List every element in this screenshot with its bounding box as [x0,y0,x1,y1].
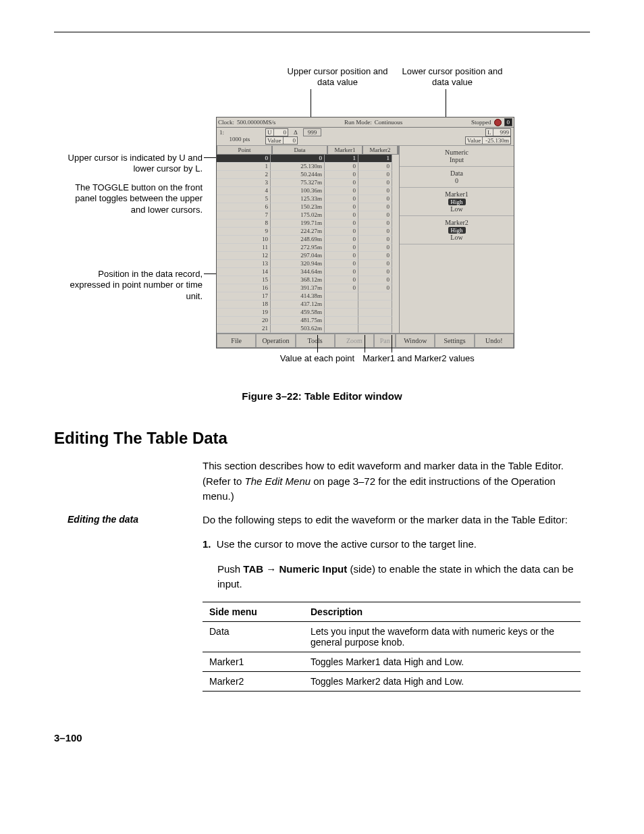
table-row[interactable]: 10248.69m00 [217,236,392,244]
table-row: Marker2 Toggles Marker2 data High and Lo… [203,671,581,691]
table-row: Data Lets you input the waveform data wi… [203,621,581,652]
menu-undo[interactable]: Undo! [475,334,514,348]
figure-3-22: Upper cursor position and data value Low… [68,66,590,370]
callout-cursor-indicator: Upper cursor is indicated by U and lower… [68,153,203,175]
table-row[interactable]: 17414.38m [217,292,392,301]
procedure-heading: Editing the data [68,514,138,525]
callout-marker-values: Marker1 and Marker2 values [351,353,486,364]
table-row[interactable]: 16391.37m00 [217,284,392,292]
body-paragraph-1: This section describes how to edit wavef… [203,459,581,504]
numeric-input-label: Numeric Input [400,146,514,167]
status-led-icon [494,119,502,126]
table-row[interactable]: 8199.71m00 [217,219,392,228]
table-row: Marker1 Toggles Marker1 data High and Lo… [203,652,581,671]
menu-zoom: Zoom [335,334,374,348]
delta-value: 999 [303,128,322,136]
body-paragraph-2: Do the following steps to edit the wavef… [203,513,581,528]
table-row[interactable]: 250.244m00 [217,171,392,179]
clock-label: Clock: [218,119,234,126]
callout-toggle-button: The TOGGLE button on the front panel tog… [68,182,203,215]
menu-pan: Pan [374,334,396,348]
zero-badge: 0 [504,118,513,126]
col-header-marker2: Marker2 [363,146,398,155]
runmode-label: Run Mode: [344,119,372,126]
clock-value: 500.00000MS/s [237,119,275,126]
table-row[interactable]: 13320.94m00 [217,260,392,268]
menu-tools[interactable]: Tools [296,334,335,348]
delta-label: Δ [294,129,298,136]
table-row[interactable]: 9224.27m00 [217,228,392,236]
callout-position-record: Position in the data record, expressed i… [68,269,203,302]
table-row[interactable]: 19459.58m [217,309,392,317]
figure-caption: Figure 3–22: Table Editor window [54,390,590,402]
page-number: 3–100 [54,732,590,744]
run-status: Stopped [471,119,491,126]
table-row[interactable]: 0011 [217,155,392,163]
runmode-value: Continuous [375,119,403,126]
points-count: 1000 pts [219,136,260,142]
table-row[interactable]: 375.327m00 [217,179,392,187]
col-header-marker1: Marker1 [327,146,363,155]
callout-upper-cursor-pos: Upper cursor position and data value [284,66,392,88]
table-row[interactable]: 4100.36m00 [217,187,392,195]
table-row[interactable]: 7175.02m00 [217,211,392,219]
callout-lower-cursor-pos: Lower cursor position and data value [398,66,506,88]
upper-value-field: Value 0 [265,136,298,145]
side-data-button[interactable]: Data 0 [400,167,514,188]
data-table[interactable]: 0011125.130m00250.244m00375.327m004100.3… [217,155,392,333]
lower-value-field: Value -25.130m [465,136,511,145]
th-description: Description [304,602,581,621]
table-row[interactable]: 15368.12m00 [217,276,392,284]
table-row[interactable]: 5125.33m00 [217,195,392,203]
table-row[interactable]: 21503.62m [217,325,392,333]
section-heading: Editing The Table Data [54,429,590,448]
menu-settings[interactable]: Settings [435,334,474,348]
step-1-sub: Push TAB → Numeric Input (side) to enabl… [217,562,581,592]
menu-operation[interactable]: Operation [256,334,295,348]
side-menu-table: Side menu Description Data Lets you inpu… [203,602,581,692]
upper-cursor-u-field[interactable]: U 0 [265,128,288,136]
table-editor-window: Clock: 500.00000MS/s Run Mode: Continuou… [216,117,514,348]
status-bar: Clock: 500.00000MS/s Run Mode: Continuou… [217,118,514,128]
side-marker2-button[interactable]: Marker2 High Low [400,216,514,244]
table-row[interactable]: 125.130m00 [217,163,392,171]
lower-cursor-l-field[interactable]: L 999 [485,128,511,136]
bottom-menu: File Operation Tools Zoom Pan Window Set… [217,333,514,348]
col-header-point: Point [217,146,272,155]
file-num: 1: [219,129,260,136]
menu-window[interactable]: Window [396,334,435,348]
menu-file[interactable]: File [217,334,256,348]
side-panel: Numeric Input Data 0 Marker1 High Low Ma… [399,146,514,333]
col-header-data: Data [272,146,327,155]
step-1: 1. Use the cursor to move the active cur… [203,537,581,552]
table-row[interactable]: 11272.95m00 [217,244,392,252]
table-row[interactable]: 20481.75m [217,317,392,325]
table-row[interactable]: 14344.64m00 [217,268,392,276]
side-marker1-button[interactable]: Marker1 High Low [400,188,514,216]
table-row[interactable]: 6150.23m00 [217,203,392,211]
th-side-menu: Side menu [203,602,304,621]
table-row[interactable]: 12297.04m00 [217,252,392,260]
table-row[interactable]: 18437.12m [217,301,392,309]
